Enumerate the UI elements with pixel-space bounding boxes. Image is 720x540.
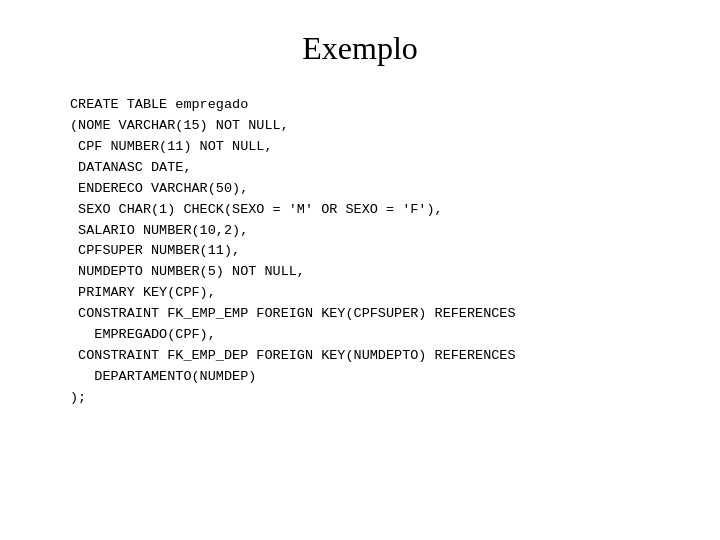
code-line: EMPREGADO(CPF), <box>70 325 516 346</box>
code-line: SALARIO NUMBER(10,2), <box>70 221 516 242</box>
code-line: (NOME VARCHAR(15) NOT NULL, <box>70 116 516 137</box>
code-block: CREATE TABLE empregado(NOME VARCHAR(15) … <box>40 95 516 409</box>
code-line: SEXO CHAR(1) CHECK(SEXO = 'M' OR SEXO = … <box>70 200 516 221</box>
code-line: DATANASC DATE, <box>70 158 516 179</box>
code-line: CPFSUPER NUMBER(11), <box>70 241 516 262</box>
page-title: Exemplo <box>302 30 418 67</box>
code-line: CONSTRAINT FK_EMP_DEP FOREIGN KEY(NUMDEP… <box>70 346 516 367</box>
code-line: ); <box>70 388 516 409</box>
code-line: CREATE TABLE empregado <box>70 95 516 116</box>
code-line: CONSTRAINT FK_EMP_EMP FOREIGN KEY(CPFSUP… <box>70 304 516 325</box>
code-line: NUMDEPTO NUMBER(5) NOT NULL, <box>70 262 516 283</box>
code-line: PRIMARY KEY(CPF), <box>70 283 516 304</box>
code-line: ENDERECO VARCHAR(50), <box>70 179 516 200</box>
page: Exemplo CREATE TABLE empregado(NOME VARC… <box>0 0 720 540</box>
code-line: DEPARTAMENTO(NUMDEP) <box>70 367 516 388</box>
code-line: CPF NUMBER(11) NOT NULL, <box>70 137 516 158</box>
